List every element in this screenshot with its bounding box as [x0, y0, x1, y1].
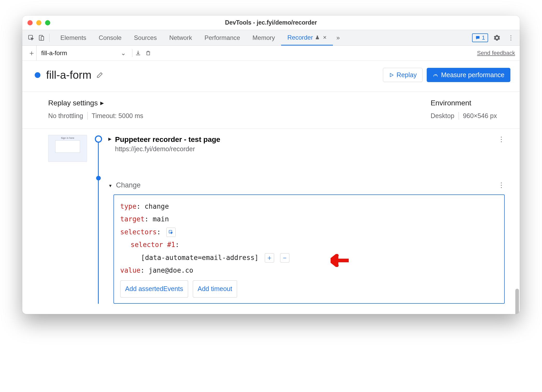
- settings-row: Replay settings ▶ No throttling Timeout:…: [22, 92, 520, 129]
- detail-row: [data-automate=email-address] ＋ －: [120, 251, 498, 264]
- new-recording-button[interactable]: ＋: [27, 48, 36, 58]
- detail-row: target: main: [120, 213, 498, 226]
- device-toggle-icon[interactable]: [36, 33, 47, 43]
- val-selector[interactable]: [data-automate=email-address]: [141, 254, 259, 262]
- tab-recorder-label: Recorder: [287, 34, 313, 41]
- key-selectors: selectors: [120, 228, 157, 236]
- send-feedback-link[interactable]: Send feedback: [477, 50, 515, 56]
- throttling-value: No throttling: [48, 112, 83, 120]
- recording-title: fill-a-form: [46, 69, 91, 81]
- val-target[interactable]: main: [153, 215, 169, 223]
- kebab-menu-icon[interactable]: ⋮: [506, 33, 516, 43]
- minimize-window-button[interactable]: [36, 20, 41, 25]
- beaker-icon: [315, 35, 320, 40]
- issues-count: 1: [482, 34, 485, 41]
- traffic-lights: [27, 20, 50, 25]
- divider: [459, 112, 459, 120]
- environment-heading: Environment: [431, 99, 497, 107]
- step-details-panel: type: change target: main selectors: sel…: [113, 194, 505, 304]
- chevron-down-icon: ⌄: [121, 49, 126, 57]
- titlebar: DevTools - jec.fyi/demo/recorder: [22, 16, 520, 30]
- key-value: value: [120, 266, 140, 274]
- divider: [49, 34, 49, 42]
- key-target: target: [120, 215, 145, 223]
- env-size: 960×546 px: [463, 112, 497, 120]
- recording-select[interactable]: fill-a-form ⌄: [36, 46, 130, 60]
- step-kebab-icon[interactable]: ⋮: [498, 135, 505, 143]
- tab-sources[interactable]: Sources: [128, 30, 163, 45]
- scrollbar-thumb[interactable]: [515, 289, 519, 314]
- zoom-window-button[interactable]: [45, 20, 50, 25]
- close-window-button[interactable]: [27, 20, 33, 25]
- add-selector-button[interactable]: ＋: [265, 253, 274, 263]
- recording-status-dot: [35, 72, 40, 78]
- key-selector-1: selector #1: [131, 241, 175, 249]
- step-navigate[interactable]: Puppeteer recorder - test page https://j…: [108, 135, 517, 153]
- timeline: Puppeteer recorder - test page https://j…: [94, 135, 517, 304]
- step-change[interactable]: Change ⋮: [108, 181, 517, 189]
- step-kebab-icon[interactable]: ⋮: [498, 181, 505, 189]
- env-device: Desktop: [431, 112, 454, 120]
- devtools-tabstrip: Elements Console Sources Network Perform…: [22, 30, 520, 46]
- tab-network[interactable]: Network: [163, 30, 198, 45]
- measure-label: Measure performance: [441, 71, 504, 79]
- step-url: https://jec.fyi/demo/recorder: [115, 145, 220, 153]
- detail-row: selectors:: [120, 226, 498, 238]
- timeline-line: [98, 139, 99, 304]
- chat-icon: [475, 35, 480, 40]
- recording-header: fill-a-form Replay Measure performance: [22, 61, 520, 92]
- step-change-label: Change: [116, 181, 141, 189]
- inspect-element-icon[interactable]: [26, 33, 36, 43]
- key-type: type: [120, 202, 137, 210]
- caret-down-icon: [108, 183, 112, 188]
- recording-select-value: fill-a-form: [41, 49, 67, 57]
- tab-recorder[interactable]: Recorder ✕: [281, 30, 333, 46]
- detail-row: value: jane@doe.co: [120, 264, 498, 277]
- settings-gear-icon[interactable]: [492, 33, 502, 43]
- close-panel-icon[interactable]: ✕: [323, 35, 327, 40]
- recorder-toolbar: ＋ fill-a-form ⌄ Send feedback: [22, 46, 520, 61]
- timeline-node-step: [96, 176, 101, 180]
- add-asserted-events-button[interactable]: Add assertedEvents: [120, 280, 188, 297]
- element-picker-icon[interactable]: [166, 228, 176, 237]
- tab-elements[interactable]: Elements: [54, 30, 92, 45]
- chevron-right-icon: ▶: [100, 100, 104, 106]
- add-timeout-button[interactable]: Add timeout: [193, 280, 237, 297]
- caret-right-icon: [108, 135, 111, 140]
- replay-settings-heading[interactable]: Replay settings ▶: [48, 99, 143, 107]
- delete-icon[interactable]: [145, 50, 156, 56]
- window-title: DevTools - jec.fyi/demo/recorder: [22, 19, 520, 26]
- replay-button[interactable]: Replay: [383, 68, 423, 82]
- detail-row: type: change: [120, 200, 498, 213]
- step-title: Puppeteer recorder - test page: [115, 135, 220, 144]
- timeline-node-start: [95, 135, 102, 143]
- gauge-icon: [433, 72, 438, 78]
- more-tabs-icon[interactable]: »: [333, 33, 343, 43]
- svg-rect-2: [41, 36, 44, 40]
- replay-label: Replay: [397, 71, 417, 79]
- detail-row: selector #1:: [120, 238, 498, 251]
- export-icon[interactable]: [135, 50, 145, 56]
- remove-selector-button[interactable]: －: [280, 253, 289, 263]
- val-value[interactable]: jane@doe.co: [149, 266, 193, 274]
- tab-console[interactable]: Console: [92, 30, 128, 45]
- page-thumbnail: Sign in here: [48, 135, 87, 162]
- tab-memory[interactable]: Memory: [246, 30, 281, 45]
- scrollbar[interactable]: [515, 289, 519, 314]
- panel-tabs: Elements Console Sources Network Perform…: [54, 30, 343, 45]
- val-type[interactable]: change: [145, 202, 169, 210]
- devtools-window: DevTools - jec.fyi/demo/recorder Element…: [22, 16, 520, 314]
- play-icon: [389, 72, 394, 78]
- divider: [87, 112, 88, 120]
- tab-performance[interactable]: Performance: [198, 30, 246, 45]
- edit-title-icon[interactable]: [96, 71, 103, 79]
- steps-area: Sign in here Puppeteer recorder - test p…: [22, 129, 520, 314]
- timeout-value: Timeout: 5000 ms: [92, 112, 143, 120]
- issues-badge[interactable]: 1: [472, 33, 488, 42]
- divider: [132, 49, 132, 57]
- measure-performance-button[interactable]: Measure performance: [427, 68, 510, 82]
